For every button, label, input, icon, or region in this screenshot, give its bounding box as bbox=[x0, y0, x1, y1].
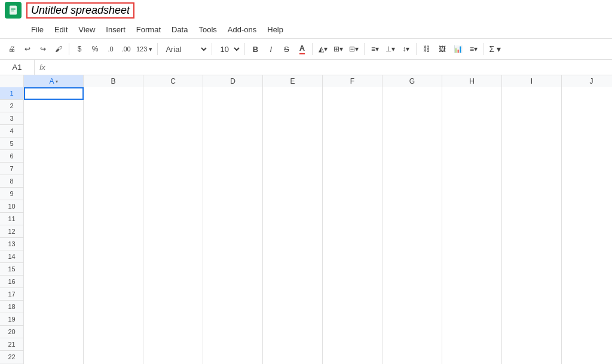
row-number-10[interactable]: 10 bbox=[0, 200, 24, 212]
cell-B5[interactable] bbox=[84, 137, 143, 150]
cell-I12[interactable] bbox=[502, 225, 562, 238]
cell-C15[interactable] bbox=[143, 263, 203, 276]
cell-A20[interactable] bbox=[24, 326, 84, 338]
row-number-7[interactable]: 7 bbox=[0, 163, 24, 175]
cell-E21[interactable] bbox=[263, 338, 323, 351]
col-header-H[interactable]: H bbox=[442, 75, 502, 87]
cell-H10[interactable] bbox=[442, 200, 502, 213]
cell-I19[interactable] bbox=[502, 313, 562, 326]
cell-F3[interactable] bbox=[323, 112, 382, 125]
cell-D21[interactable] bbox=[203, 338, 263, 351]
cell-C7[interactable] bbox=[143, 163, 203, 175]
cell-C10[interactable] bbox=[143, 200, 203, 213]
row-number-5[interactable]: 5 bbox=[0, 137, 24, 149]
cell-D13[interactable] bbox=[203, 238, 263, 250]
cell-J16[interactable] bbox=[562, 276, 612, 288]
paint-format-button[interactable]: 🖌 bbox=[51, 41, 66, 57]
cell-F10[interactable] bbox=[323, 200, 382, 213]
cell-H3[interactable] bbox=[442, 112, 502, 125]
cell-B7[interactable] bbox=[84, 163, 143, 175]
cell-G14[interactable] bbox=[382, 250, 442, 263]
menu-item-format[interactable]: Format bbox=[131, 23, 166, 36]
cell-I21[interactable] bbox=[502, 338, 562, 351]
row-number-16[interactable]: 16 bbox=[0, 276, 24, 287]
cell-G17[interactable] bbox=[382, 288, 442, 301]
cell-B18[interactable] bbox=[84, 301, 143, 313]
cell-H11[interactable] bbox=[442, 213, 502, 225]
cell-I14[interactable] bbox=[502, 250, 562, 263]
cell-B10[interactable] bbox=[84, 200, 143, 213]
cell-I22[interactable] bbox=[502, 351, 562, 363]
cell-D16[interactable] bbox=[203, 276, 263, 288]
cell-G9[interactable] bbox=[382, 188, 442, 200]
col-a-dropdown-arrow[interactable]: ▾ bbox=[56, 79, 58, 84]
cell-I5[interactable] bbox=[502, 137, 562, 150]
cell-D2[interactable] bbox=[203, 100, 263, 112]
cell-B20[interactable] bbox=[84, 326, 143, 338]
cell-C21[interactable] bbox=[143, 338, 203, 351]
cell-H2[interactable] bbox=[442, 100, 502, 112]
cell-G19[interactable] bbox=[382, 313, 442, 326]
font-select[interactable]: ArialCalibriComic Sans MSCourier NewGeor… bbox=[161, 41, 209, 57]
col-header-C[interactable]: C bbox=[143, 75, 203, 87]
cell-J7[interactable] bbox=[562, 163, 612, 175]
cell-D3[interactable] bbox=[203, 112, 263, 125]
cell-E3[interactable] bbox=[263, 112, 323, 125]
cell-C9[interactable] bbox=[143, 188, 203, 200]
cell-I6[interactable] bbox=[502, 150, 562, 163]
cell-H15[interactable] bbox=[442, 263, 502, 276]
cell-H4[interactable] bbox=[442, 125, 502, 137]
col-header-D[interactable]: D bbox=[203, 75, 263, 87]
cell-E20[interactable] bbox=[263, 326, 323, 338]
cell-D1[interactable] bbox=[203, 87, 263, 100]
cell-I11[interactable] bbox=[502, 213, 562, 225]
cell-J17[interactable] bbox=[562, 288, 612, 301]
cell-F16[interactable] bbox=[323, 276, 382, 288]
cell-J20[interactable] bbox=[562, 326, 612, 338]
cell-H21[interactable] bbox=[442, 338, 502, 351]
row-number-20[interactable]: 20 bbox=[0, 326, 24, 338]
cell-G16[interactable] bbox=[382, 276, 442, 288]
cell-D11[interactable] bbox=[203, 213, 263, 225]
menu-item-edit[interactable]: Edit bbox=[50, 23, 72, 36]
cell-H12[interactable] bbox=[442, 225, 502, 238]
cell-D12[interactable] bbox=[203, 225, 263, 238]
cell-D22[interactable] bbox=[203, 351, 263, 363]
row-number-11[interactable]: 11 bbox=[0, 213, 24, 225]
cell-D8[interactable] bbox=[203, 175, 263, 188]
cell-B12[interactable] bbox=[84, 225, 143, 238]
row-number-14[interactable]: 14 bbox=[0, 250, 24, 262]
cell-E22[interactable] bbox=[263, 351, 323, 363]
cell-A5[interactable] bbox=[24, 137, 84, 150]
cell-A16[interactable] bbox=[24, 276, 84, 288]
cell-G7[interactable] bbox=[382, 163, 442, 175]
col-header-A[interactable]: A ▾ bbox=[24, 75, 84, 87]
row-number-17[interactable]: 17 bbox=[0, 288, 24, 300]
cell-B8[interactable] bbox=[84, 175, 143, 188]
cell-A4[interactable] bbox=[24, 125, 84, 137]
cell-C17[interactable] bbox=[143, 288, 203, 301]
row-number-19[interactable]: 19 bbox=[0, 313, 24, 325]
cell-I17[interactable] bbox=[502, 288, 562, 301]
cell-H9[interactable] bbox=[442, 188, 502, 200]
cell-I16[interactable] bbox=[502, 276, 562, 288]
cell-F5[interactable] bbox=[323, 137, 382, 150]
row-number-3[interactable]: 3 bbox=[0, 112, 24, 124]
col-header-G[interactable]: G bbox=[382, 75, 442, 87]
cell-G5[interactable] bbox=[382, 137, 442, 150]
cell-I15[interactable] bbox=[502, 263, 562, 276]
decimal-increase-button[interactable]: .00 bbox=[119, 41, 133, 57]
cell-F4[interactable] bbox=[323, 125, 382, 137]
cell-F6[interactable] bbox=[323, 150, 382, 163]
cell-C3[interactable] bbox=[143, 112, 203, 125]
italic-button[interactable]: I bbox=[264, 41, 278, 57]
cell-J2[interactable] bbox=[562, 100, 612, 112]
cell-G21[interactable] bbox=[382, 338, 442, 351]
cell-J11[interactable] bbox=[562, 213, 612, 225]
cell-C2[interactable] bbox=[143, 100, 203, 112]
cell-B13[interactable] bbox=[84, 238, 143, 250]
cell-E6[interactable] bbox=[263, 150, 323, 163]
cell-D9[interactable] bbox=[203, 188, 263, 200]
percent-button[interactable]: % bbox=[88, 41, 102, 57]
cell-A14[interactable] bbox=[24, 250, 84, 263]
